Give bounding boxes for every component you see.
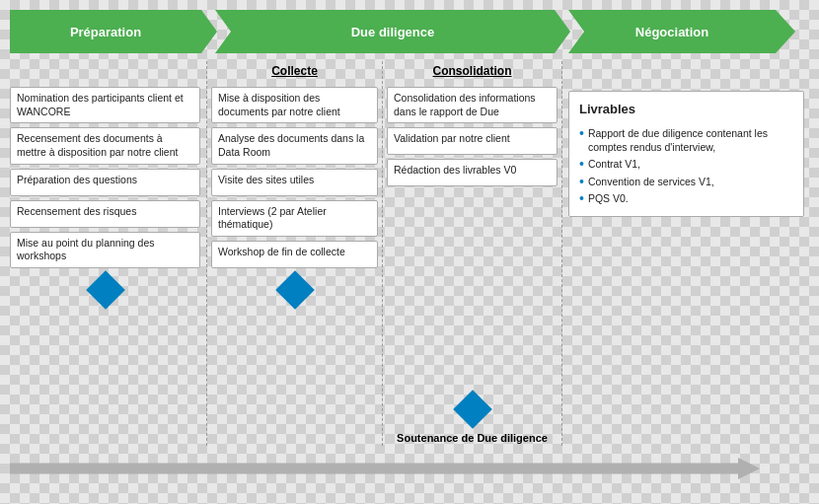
preparation-label: Préparation xyxy=(70,25,141,39)
collecte-diamond-container xyxy=(211,276,378,304)
consolidation-task-2: Validation par notre client xyxy=(387,127,558,155)
right-column: Livrables • Rapport de due diligence con… xyxy=(562,61,804,446)
livrables-item-3: • Convention de services V1, xyxy=(579,175,793,189)
consolidation-header: Consolidation xyxy=(387,61,558,83)
consolidation-task-1: Consolidation des informations dans le r… xyxy=(387,87,558,123)
collecte-header: Collecte xyxy=(211,61,378,83)
bullet-icon-1: • xyxy=(579,126,584,141)
bottom-arrow-row xyxy=(10,454,804,483)
livrables-text-1: Rapport de due diligence contenant les c… xyxy=(588,126,793,155)
bottom-timeline-arrow xyxy=(10,458,760,479)
soutenance-section: Soutenance de Due diligence xyxy=(387,392,558,446)
livrables-text-3: Convention de services V1, xyxy=(588,175,714,189)
preparation-column: Nomination des participants client et WA… xyxy=(10,61,207,446)
negociation-arrow: Négociation xyxy=(568,10,795,53)
prep-diamond-container xyxy=(10,276,200,304)
livrables-item-2: • Contrat V1, xyxy=(579,157,793,172)
prep-task-1: Nomination des participants client et WA… xyxy=(10,87,200,123)
collecte-task-5: Workshop de fin de collecte xyxy=(211,241,378,268)
livrables-box: Livrables • Rapport de due diligence con… xyxy=(568,91,804,217)
bullet-icon-3: • xyxy=(579,175,584,189)
livrables-item-1: • Rapport de due diligence contenant les… xyxy=(579,126,793,155)
due-diligence-label: Due diligence xyxy=(351,25,435,39)
consolidation-diamond xyxy=(453,390,492,429)
consolidation-task-3: Rédaction des livrables V0 xyxy=(387,159,558,186)
prep-task-4: Recensement des risques xyxy=(10,200,200,228)
bullet-icon-4: • xyxy=(579,191,584,206)
prep-task-5: Mise au point du planning des workshops xyxy=(10,232,200,268)
collecte-task-4: Interviews (2 par Atelier thématique) xyxy=(211,200,378,237)
consolidation-diamond-container xyxy=(459,396,486,423)
collecte-column: Collecte Mise à disposition des document… xyxy=(207,61,383,446)
arrow-banner-row: Préparation Due diligence Négociation xyxy=(10,10,804,53)
livrables-title: Livrables xyxy=(579,100,793,120)
prep-task-2: Recensement des documents à mettre à dis… xyxy=(10,127,200,164)
collecte-diamond xyxy=(275,270,315,310)
prep-diamond xyxy=(86,270,125,310)
preparation-arrow: Préparation xyxy=(10,10,217,53)
soutenance-label: Soutenance de Due diligence xyxy=(397,431,548,446)
livrables-text-2: Contrat V1, xyxy=(588,157,640,172)
consolidation-column: Consolidation Consolidation des informat… xyxy=(383,61,562,446)
collecte-task-2: Analyse des documents dans la Data Room xyxy=(211,127,378,164)
due-diligence-arrow: Due diligence xyxy=(215,10,570,53)
livrables-item-4: • PQS V0. xyxy=(579,191,793,206)
livrables-text-4: PQS V0. xyxy=(588,191,629,206)
collecte-task-1: Mise à disposition des documents par not… xyxy=(211,87,378,123)
bullet-icon-2: • xyxy=(579,157,584,172)
collecte-task-3: Visite des sites utiles xyxy=(211,169,378,196)
negociation-label: Négociation xyxy=(635,25,708,39)
prep-task-3: Préparation des questions xyxy=(10,169,200,196)
